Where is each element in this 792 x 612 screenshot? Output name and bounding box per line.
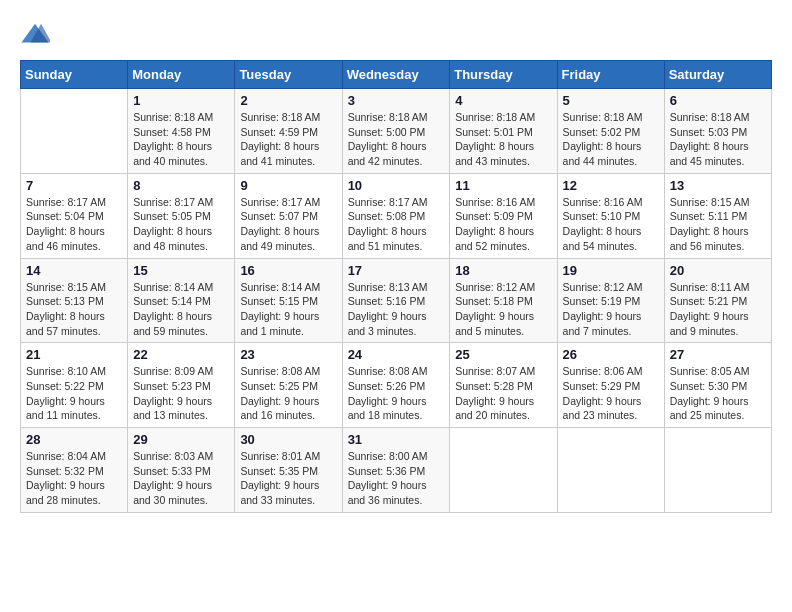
calendar-cell: 12Sunrise: 8:16 AMSunset: 5:10 PMDayligh… [557, 173, 664, 258]
day-number: 21 [26, 347, 122, 362]
day-number: 17 [348, 263, 445, 278]
day-info: Sunrise: 8:14 AMSunset: 5:15 PMDaylight:… [240, 280, 336, 339]
calendar-cell: 2Sunrise: 8:18 AMSunset: 4:59 PMDaylight… [235, 89, 342, 174]
day-info: Sunrise: 8:18 AMSunset: 5:01 PMDaylight:… [455, 110, 551, 169]
calendar-cell: 9Sunrise: 8:17 AMSunset: 5:07 PMDaylight… [235, 173, 342, 258]
calendar-cell: 26Sunrise: 8:06 AMSunset: 5:29 PMDayligh… [557, 343, 664, 428]
day-number: 20 [670, 263, 766, 278]
day-number: 29 [133, 432, 229, 447]
calendar-cell [21, 89, 128, 174]
day-info: Sunrise: 8:13 AMSunset: 5:16 PMDaylight:… [348, 280, 445, 339]
calendar-cell: 21Sunrise: 8:10 AMSunset: 5:22 PMDayligh… [21, 343, 128, 428]
weekday-header-wednesday: Wednesday [342, 61, 450, 89]
calendar-cell: 18Sunrise: 8:12 AMSunset: 5:18 PMDayligh… [450, 258, 557, 343]
weekday-header-sunday: Sunday [21, 61, 128, 89]
day-number: 13 [670, 178, 766, 193]
day-number: 6 [670, 93, 766, 108]
calendar-cell: 30Sunrise: 8:01 AMSunset: 5:35 PMDayligh… [235, 428, 342, 513]
day-info: Sunrise: 8:17 AMSunset: 5:05 PMDaylight:… [133, 195, 229, 254]
calendar-cell: 10Sunrise: 8:17 AMSunset: 5:08 PMDayligh… [342, 173, 450, 258]
calendar-cell: 22Sunrise: 8:09 AMSunset: 5:23 PMDayligh… [128, 343, 235, 428]
day-info: Sunrise: 8:16 AMSunset: 5:10 PMDaylight:… [563, 195, 659, 254]
day-number: 11 [455, 178, 551, 193]
day-number: 18 [455, 263, 551, 278]
day-number: 23 [240, 347, 336, 362]
day-number: 22 [133, 347, 229, 362]
calendar-week-3: 14Sunrise: 8:15 AMSunset: 5:13 PMDayligh… [21, 258, 772, 343]
day-number: 3 [348, 93, 445, 108]
calendar-cell: 20Sunrise: 8:11 AMSunset: 5:21 PMDayligh… [664, 258, 771, 343]
day-number: 25 [455, 347, 551, 362]
day-info: Sunrise: 8:18 AMSunset: 5:02 PMDaylight:… [563, 110, 659, 169]
day-info: Sunrise: 8:08 AMSunset: 5:25 PMDaylight:… [240, 364, 336, 423]
day-info: Sunrise: 8:07 AMSunset: 5:28 PMDaylight:… [455, 364, 551, 423]
calendar-cell: 8Sunrise: 8:17 AMSunset: 5:05 PMDaylight… [128, 173, 235, 258]
calendar-cell [450, 428, 557, 513]
day-info: Sunrise: 8:00 AMSunset: 5:36 PMDaylight:… [348, 449, 445, 508]
day-number: 7 [26, 178, 122, 193]
calendar-cell: 17Sunrise: 8:13 AMSunset: 5:16 PMDayligh… [342, 258, 450, 343]
day-info: Sunrise: 8:06 AMSunset: 5:29 PMDaylight:… [563, 364, 659, 423]
calendar-week-1: 1Sunrise: 8:18 AMSunset: 4:58 PMDaylight… [21, 89, 772, 174]
weekday-header-row: SundayMondayTuesdayWednesdayThursdayFrid… [21, 61, 772, 89]
calendar-cell: 31Sunrise: 8:00 AMSunset: 5:36 PMDayligh… [342, 428, 450, 513]
calendar-cell: 15Sunrise: 8:14 AMSunset: 5:14 PMDayligh… [128, 258, 235, 343]
day-number: 30 [240, 432, 336, 447]
weekday-header-tuesday: Tuesday [235, 61, 342, 89]
day-info: Sunrise: 8:14 AMSunset: 5:14 PMDaylight:… [133, 280, 229, 339]
day-number: 19 [563, 263, 659, 278]
day-info: Sunrise: 8:12 AMSunset: 5:19 PMDaylight:… [563, 280, 659, 339]
calendar-cell: 24Sunrise: 8:08 AMSunset: 5:26 PMDayligh… [342, 343, 450, 428]
day-number: 26 [563, 347, 659, 362]
day-info: Sunrise: 8:09 AMSunset: 5:23 PMDaylight:… [133, 364, 229, 423]
calendar-cell: 27Sunrise: 8:05 AMSunset: 5:30 PMDayligh… [664, 343, 771, 428]
calendar-cell: 28Sunrise: 8:04 AMSunset: 5:32 PMDayligh… [21, 428, 128, 513]
day-info: Sunrise: 8:12 AMSunset: 5:18 PMDaylight:… [455, 280, 551, 339]
day-number: 1 [133, 93, 229, 108]
day-number: 9 [240, 178, 336, 193]
calendar-cell: 3Sunrise: 8:18 AMSunset: 5:00 PMDaylight… [342, 89, 450, 174]
calendar-cell: 6Sunrise: 8:18 AMSunset: 5:03 PMDaylight… [664, 89, 771, 174]
calendar-week-4: 21Sunrise: 8:10 AMSunset: 5:22 PMDayligh… [21, 343, 772, 428]
day-info: Sunrise: 8:18 AMSunset: 5:00 PMDaylight:… [348, 110, 445, 169]
day-number: 16 [240, 263, 336, 278]
day-info: Sunrise: 8:16 AMSunset: 5:09 PMDaylight:… [455, 195, 551, 254]
day-number: 24 [348, 347, 445, 362]
weekday-header-monday: Monday [128, 61, 235, 89]
day-info: Sunrise: 8:03 AMSunset: 5:33 PMDaylight:… [133, 449, 229, 508]
calendar-cell: 11Sunrise: 8:16 AMSunset: 5:09 PMDayligh… [450, 173, 557, 258]
day-info: Sunrise: 8:11 AMSunset: 5:21 PMDaylight:… [670, 280, 766, 339]
day-number: 10 [348, 178, 445, 193]
day-info: Sunrise: 8:18 AMSunset: 4:58 PMDaylight:… [133, 110, 229, 169]
day-info: Sunrise: 8:18 AMSunset: 5:03 PMDaylight:… [670, 110, 766, 169]
weekday-header-friday: Friday [557, 61, 664, 89]
calendar-cell: 19Sunrise: 8:12 AMSunset: 5:19 PMDayligh… [557, 258, 664, 343]
day-info: Sunrise: 8:17 AMSunset: 5:08 PMDaylight:… [348, 195, 445, 254]
calendar-week-2: 7Sunrise: 8:17 AMSunset: 5:04 PMDaylight… [21, 173, 772, 258]
day-number: 8 [133, 178, 229, 193]
weekday-header-saturday: Saturday [664, 61, 771, 89]
calendar-cell [664, 428, 771, 513]
calendar-week-5: 28Sunrise: 8:04 AMSunset: 5:32 PMDayligh… [21, 428, 772, 513]
calendar-cell: 25Sunrise: 8:07 AMSunset: 5:28 PMDayligh… [450, 343, 557, 428]
day-info: Sunrise: 8:17 AMSunset: 5:04 PMDaylight:… [26, 195, 122, 254]
logo [20, 20, 54, 50]
calendar-cell: 16Sunrise: 8:14 AMSunset: 5:15 PMDayligh… [235, 258, 342, 343]
calendar-cell: 7Sunrise: 8:17 AMSunset: 5:04 PMDaylight… [21, 173, 128, 258]
day-info: Sunrise: 8:08 AMSunset: 5:26 PMDaylight:… [348, 364, 445, 423]
day-info: Sunrise: 8:18 AMSunset: 4:59 PMDaylight:… [240, 110, 336, 169]
calendar-cell: 1Sunrise: 8:18 AMSunset: 4:58 PMDaylight… [128, 89, 235, 174]
day-number: 4 [455, 93, 551, 108]
day-number: 2 [240, 93, 336, 108]
day-info: Sunrise: 8:17 AMSunset: 5:07 PMDaylight:… [240, 195, 336, 254]
calendar-cell: 29Sunrise: 8:03 AMSunset: 5:33 PMDayligh… [128, 428, 235, 513]
calendar-cell: 5Sunrise: 8:18 AMSunset: 5:02 PMDaylight… [557, 89, 664, 174]
day-info: Sunrise: 8:15 AMSunset: 5:11 PMDaylight:… [670, 195, 766, 254]
day-info: Sunrise: 8:15 AMSunset: 5:13 PMDaylight:… [26, 280, 122, 339]
day-number: 5 [563, 93, 659, 108]
logo-icon [20, 20, 50, 50]
calendar-cell: 23Sunrise: 8:08 AMSunset: 5:25 PMDayligh… [235, 343, 342, 428]
calendar-table: SundayMondayTuesdayWednesdayThursdayFrid… [20, 60, 772, 513]
day-number: 31 [348, 432, 445, 447]
day-number: 27 [670, 347, 766, 362]
